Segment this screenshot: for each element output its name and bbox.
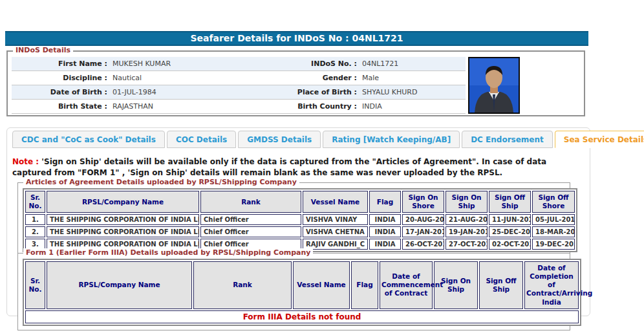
form1-table: Sr. No. RPSL/Company Name Rank Vessel Na… [23, 259, 581, 326]
col-sign-off-shore: Sign Off Shore [532, 191, 575, 213]
info-row: First Name : MUKESH KUMAR INDoS No. : 04… [12, 57, 466, 71]
indos-details-legend: INDoS Details [13, 46, 73, 54]
form1-legend: Form 1 (Earlier Form IIIA) Details uploa… [23, 248, 313, 257]
gender-value: Male [357, 74, 460, 82]
articles-of-agreement-table: Sr. No. RPSL/Company Name Rank Vessel Na… [23, 188, 577, 252]
col-rank: Rank [200, 191, 301, 213]
place-of-birth-label: Place of Birth : [281, 88, 357, 96]
cell-sign-on-shore: 20-AUG-2015 [402, 214, 444, 225]
indos-no-label: INDoS No. : [281, 59, 357, 68]
col-company: RPSL/Company Name [47, 261, 192, 309]
tab-sea-service-details[interactable]: Sea Service Details [555, 131, 644, 148]
note-label: Note : [12, 157, 39, 166]
cell-sign-off-shore: 05-JUL-2016 [532, 214, 575, 225]
cell-sign-on-shore: 17-JAN-2014 [402, 226, 444, 237]
form-iiia-not-found-message: Form IIIA Details not found [25, 310, 579, 323]
sign-on-ship-note: Note : 'Sign on Ship' details will be av… [12, 157, 581, 179]
col-vessel: Vessel Name [293, 261, 350, 309]
indos-info-grid: First Name : MUKESH KUMAR INDoS No. : 04… [12, 57, 466, 114]
first-name-value: MUKESH KUMAR [107, 59, 281, 68]
cell-sign-off-ship: 25-DEC-2014 [489, 226, 531, 237]
cell-vessel: VISHVA CHETNA [303, 226, 368, 237]
tab-bar: CDC and "CoC as Cook" Details COC Detail… [12, 131, 644, 148]
col-company: RPSL/Company Name [47, 191, 199, 213]
info-row: Date of Birth : 01-JUL-1984 Place of Bir… [12, 85, 466, 100]
cell-rank: Chief Officer [200, 226, 301, 237]
table-row: 2. THE SHIPPING CORPORATION OF INDIA LIM… [25, 226, 575, 237]
cell-company: THE SHIPPING CORPORATION OF INDIA LIMITE… [47, 214, 199, 225]
cell-flag: INDIA [369, 214, 401, 225]
cell-sign-on-ship: 19-JAN-2014 [445, 226, 488, 237]
table-header-row: Sr. No. RPSL/Company Name Rank Vessel Na… [25, 261, 579, 309]
cell-sign-off-shore: 19-DEC-2013 [532, 239, 575, 250]
cell-sr-no: 2. [25, 226, 45, 237]
discipline-label: Discipline : [12, 74, 107, 82]
birth-state-label: Birth State : [12, 102, 107, 111]
note-text: 'Sign on Ship' details will be available… [12, 157, 546, 177]
cell-sr-no: 1. [25, 214, 45, 225]
form1-section: Form 1 (Earlier Form IIIA) Details uploa… [17, 253, 570, 330]
birth-state-value: RAJASTHAN [107, 102, 281, 111]
cell-sign-off-ship: 02-OCT-2013 [489, 239, 531, 250]
info-row: Birth State : RAJASTHAN Birth Country : … [12, 100, 466, 114]
tab-rating-watch-keeping-ab[interactable]: Rating [Watch Keeping/AB] [323, 131, 460, 148]
details-panel: CDC and "CoC as Cook" Details COC Detail… [6, 127, 590, 316]
indos-details-section: INDoS Details First Name : MUKESH KUMAR … [6, 50, 585, 116]
page-title: Seafarer Details for INDoS No : 04NL1721 [5, 31, 588, 46]
cell-flag: INDIA [369, 226, 401, 237]
birth-country-label: Birth Country : [281, 102, 357, 111]
seafarer-details-page: Seafarer Details for INDoS No : 04NL1721… [0, 0, 644, 335]
tab-gmdss-details[interactable]: GMDSS Details [238, 131, 321, 148]
col-sign-on-ship: Sign On Ship [445, 191, 488, 213]
info-row: Discipline : Nautical Gender : Male [12, 71, 466, 85]
cell-vessel: VISHVA VINAY [303, 214, 368, 225]
col-sr-no: Sr. No. [25, 191, 45, 213]
col-sign-on-shore: Sign On Shore [402, 191, 444, 213]
col-date-commencement: Date of Commencement of Contract [380, 261, 433, 309]
table-header-row: Sr. No. RPSL/Company Name Rank Vessel Na… [25, 191, 575, 213]
cell-sign-on-ship: 21-AUG-2015 [445, 214, 488, 225]
first-name-label: First Name : [12, 59, 107, 68]
col-vessel: Vessel Name [303, 191, 368, 213]
col-flag: Flag [351, 261, 378, 309]
articles-of-agreement-section: Articles of Agreement Details uploaded b… [17, 182, 570, 257]
cell-flag: INDIA [369, 239, 401, 250]
cell-sign-off-shore: 18-MAR-2015 [532, 226, 575, 237]
tab-cdc-coc-cook-details[interactable]: CDC and "CoC as Cook" Details [12, 131, 165, 148]
cell-rank: Chief Officer [200, 214, 301, 225]
col-sr-no: Sr. No. [25, 261, 45, 309]
discipline-value: Nautical [107, 74, 281, 82]
col-sign-off-ship: Sign Off Ship [479, 261, 523, 309]
col-sign-off-ship: Sign Off Ship [489, 191, 531, 213]
seafarer-photo [468, 57, 520, 114]
cell-sign-off-ship: 11-JUN-2016 [489, 214, 531, 225]
col-flag: Flag [369, 191, 401, 213]
gender-label: Gender : [281, 74, 357, 82]
cell-company: THE SHIPPING CORPORATION OF INDIA LIMITE… [47, 226, 199, 237]
col-date-completion: Date of Completion of Contract/Arriving … [524, 261, 579, 309]
birth-country-value: INDIA [357, 102, 460, 111]
place-of-birth-value: SHYALU KHURD [357, 88, 460, 96]
cell-sign-on-ship: 27-OCT-2012 [445, 239, 488, 250]
date-of-birth-value: 01-JUL-1984 [107, 88, 281, 96]
empty-row: Form IIIA Details not found [25, 310, 579, 323]
indos-no-value: 04NL1721 [357, 59, 460, 68]
date-of-birth-label: Date of Birth : [12, 88, 107, 96]
cell-sign-on-shore: 26-OCT-2012 [402, 239, 444, 250]
tab-coc-details[interactable]: COC Details [167, 131, 236, 148]
tab-dc-endorsement[interactable]: DC Endorsement [462, 131, 553, 148]
table-row: 1. THE SHIPPING CORPORATION OF INDIA LIM… [25, 214, 575, 225]
articles-of-agreement-legend: Articles of Agreement Details uploaded b… [23, 178, 299, 186]
col-rank: Rank [193, 261, 292, 309]
